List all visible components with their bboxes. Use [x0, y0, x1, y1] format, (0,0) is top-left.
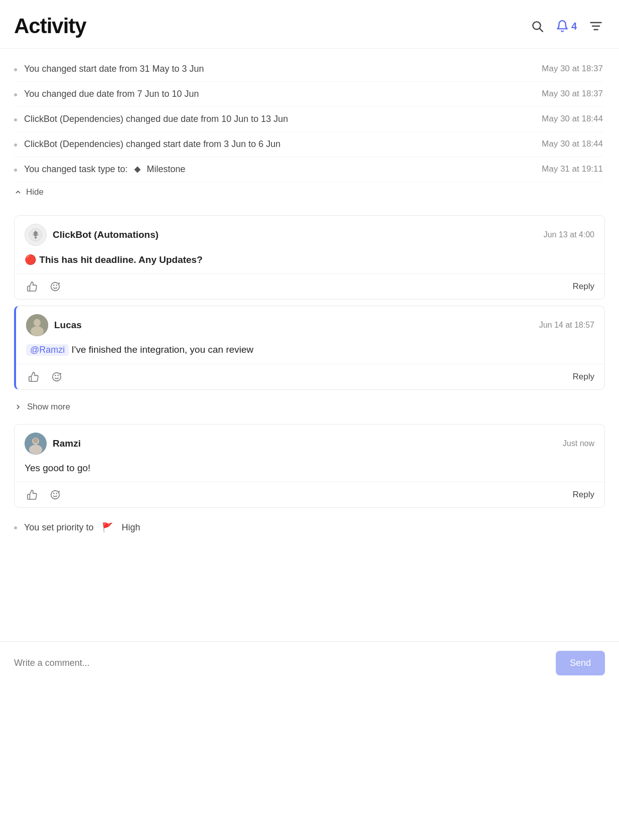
- show-more-label: Show more: [27, 402, 70, 412]
- filter-button[interactable]: [589, 19, 603, 33]
- chevron-right-icon: [14, 403, 22, 411]
- comment-actions: Reply: [15, 274, 604, 299]
- filter-icon: [589, 19, 603, 33]
- reply-button[interactable]: Reply: [573, 490, 594, 500]
- activity-text: ClickBot (Dependencies) changed start da…: [24, 139, 280, 150]
- bell-icon: [556, 20, 569, 33]
- avatar-lucas: [26, 314, 48, 336]
- action-left: [25, 487, 63, 502]
- svg-point-16: [34, 319, 41, 327]
- svg-point-8: [33, 234, 34, 236]
- comment-card-clickbot: ClickBot (Automations) Jun 13 at 4:00 🔴 …: [14, 215, 605, 300]
- bullet-icon: [14, 526, 17, 529]
- comment-card-ramzi: Ramzi Just now Yes good to go!: [14, 424, 605, 508]
- priority-flag-icon: 🚩: [102, 522, 113, 533]
- emoji-add-icon: [51, 371, 62, 382]
- activity-item: You changed task type to: Milestone May …: [14, 157, 603, 182]
- emoji-add-icon: [50, 489, 61, 500]
- svg-point-26: [33, 438, 38, 444]
- ramzi-avatar-img: [25, 433, 47, 455]
- reply-button[interactable]: Reply: [573, 372, 594, 382]
- comment-input-area: Send: [0, 641, 619, 687]
- activity-list: You changed start date from 31 May to 3 …: [0, 49, 619, 209]
- activity-item: You changed due date from 7 Jun to 10 Ju…: [14, 82, 603, 107]
- send-button[interactable]: Send: [556, 651, 605, 675]
- avatar-ramzi: [25, 433, 47, 455]
- activity-time: May 30 at 18:44: [542, 114, 603, 124]
- activity-text: You changed due date from 7 Jun to 10 Ju…: [24, 89, 199, 99]
- comment-body: Yes good to go!: [15, 461, 604, 482]
- comment-author: Lucas: [26, 314, 82, 336]
- activity-time: May 31 at 19:11: [542, 164, 603, 174]
- emoji-react-button[interactable]: [48, 487, 63, 502]
- svg-point-25: [29, 445, 42, 455]
- bullet-icon: [14, 93, 17, 96]
- bullet-icon: [14, 169, 17, 172]
- notification-count: 4: [571, 21, 577, 32]
- svg-point-7: [35, 237, 37, 239]
- chevron-up-icon: [14, 188, 22, 196]
- svg-point-9: [37, 234, 39, 236]
- activity-text: You changed task type to: Milestone: [24, 164, 186, 175]
- svg-point-10: [51, 283, 60, 291]
- svg-line-1: [540, 29, 543, 32]
- thumbs-up-icon: [28, 371, 39, 382]
- bullet-icon: [14, 118, 17, 121]
- show-more-button[interactable]: Show more: [0, 396, 70, 418]
- activity-item-left: ClickBot (Dependencies) changed due date…: [14, 114, 534, 124]
- action-left: [25, 279, 63, 294]
- lucas-avatar-img: [26, 314, 48, 336]
- activity-item: ClickBot (Dependencies) changed start da…: [14, 132, 603, 157]
- comment-body-text: Yes good to go!: [25, 463, 90, 473]
- activity-item-left: You changed start date from 31 May to 3 …: [14, 64, 534, 74]
- search-button[interactable]: [531, 20, 544, 33]
- svg-point-27: [51, 491, 60, 499]
- activity-text: ClickBot (Dependencies) changed due date…: [24, 114, 288, 124]
- activity-time: May 30 at 18:37: [542, 89, 603, 99]
- thumbs-up-icon: [27, 489, 38, 500]
- comment-body-text: I've finished the integration, you can r…: [72, 344, 254, 355]
- thumbs-up-icon: [27, 281, 38, 292]
- clickbot-icon: [29, 228, 43, 242]
- search-icon: [531, 20, 544, 33]
- comment-body: 🔴 This has hit deadline. Any Updates?: [15, 252, 604, 274]
- activity-item-left: ClickBot (Dependencies) changed start da…: [14, 139, 534, 150]
- comment-time: Just now: [563, 439, 594, 448]
- emoji-react-button[interactable]: [49, 369, 64, 384]
- comment-card-lucas: Lucas Jun 14 at 18:57 @Ramzi I've finish…: [14, 306, 605, 390]
- like-button[interactable]: [26, 369, 41, 384]
- bullet-icon: [14, 144, 17, 147]
- svg-point-18: [53, 373, 61, 381]
- page-title: Activity: [14, 14, 86, 38]
- activity-time: May 30 at 18:44: [542, 139, 603, 149]
- spacer: [0, 541, 619, 641]
- activity-item-left: You changed due date from 7 Jun to 10 Ju…: [14, 89, 534, 99]
- comment-body-text: 🔴 This has hit deadline. Any Updates?: [25, 254, 203, 265]
- comment-time: Jun 14 at 18:57: [539, 321, 594, 330]
- priority-item: You set priority to 🚩 High: [0, 514, 619, 541]
- comment-header: Ramzi Just now: [15, 425, 604, 461]
- hide-label: Hide: [26, 187, 44, 197]
- comment-input[interactable]: [14, 656, 548, 670]
- svg-point-17: [31, 326, 44, 336]
- comment-actions: Reply: [16, 364, 604, 389]
- emoji-add-icon: [50, 281, 61, 292]
- notification-bell[interactable]: 4: [556, 20, 577, 33]
- header-actions: 4: [531, 19, 603, 33]
- like-button[interactable]: [25, 279, 40, 294]
- emoji-react-button[interactable]: [48, 279, 63, 294]
- reply-button[interactable]: Reply: [573, 282, 594, 292]
- bullet-icon: [14, 68, 17, 71]
- like-button[interactable]: [25, 487, 40, 502]
- comment-header: Lucas Jun 14 at 18:57: [16, 306, 604, 342]
- author-name: ClickBot (Automations): [53, 229, 159, 240]
- priority-text: You set priority to 🚩 High: [24, 522, 140, 533]
- hide-button[interactable]: Hide: [14, 182, 44, 205]
- action-left: [26, 369, 64, 384]
- activity-time: May 30 at 18:37: [542, 64, 603, 74]
- comment-author: Ramzi: [25, 433, 81, 455]
- avatar-clickbot: [25, 224, 47, 246]
- comment-actions: Reply: [15, 482, 604, 507]
- activity-item: You changed start date from 31 May to 3 …: [14, 57, 603, 82]
- header: Activity 4: [0, 0, 619, 49]
